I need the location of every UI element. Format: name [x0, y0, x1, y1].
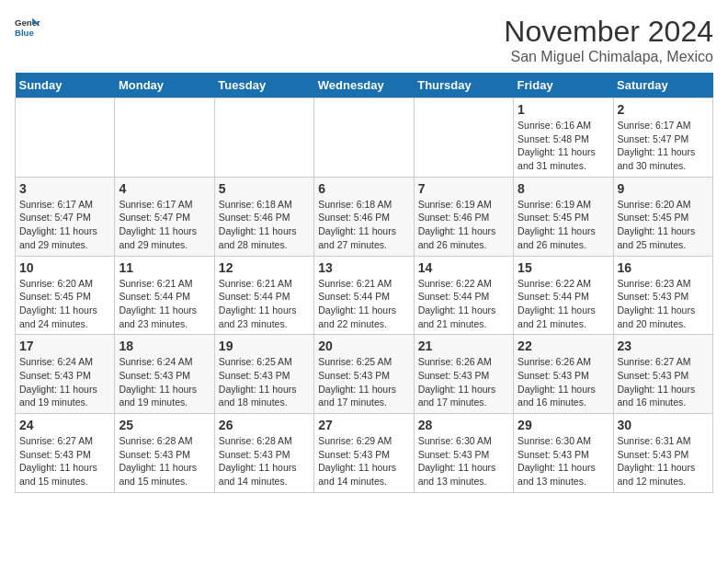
- calendar-cell: 20Sunrise: 6:25 AM Sunset: 5:43 PM Dayli…: [314, 335, 414, 414]
- calendar-cell: 17Sunrise: 6:24 AM Sunset: 5:43 PM Dayli…: [16, 335, 115, 414]
- day-info: Sunrise: 6:28 AM Sunset: 5:43 PM Dayligh…: [119, 434, 210, 488]
- calendar-day-header: Friday: [514, 73, 613, 98]
- day-info: Sunrise: 6:30 AM Sunset: 5:43 PM Dayligh…: [518, 434, 609, 488]
- calendar-body: 1Sunrise: 6:16 AM Sunset: 5:48 PM Daylig…: [16, 98, 713, 493]
- calendar-table: SundayMondayTuesdayWednesdayThursdayFrid…: [15, 73, 713, 493]
- day-number: 14: [418, 260, 509, 275]
- calendar-cell: 8Sunrise: 6:19 AM Sunset: 5:45 PM Daylig…: [514, 177, 613, 256]
- day-info: Sunrise: 6:26 AM Sunset: 5:43 PM Dayligh…: [418, 355, 509, 409]
- day-number: 11: [119, 260, 210, 275]
- day-number: 30: [618, 418, 709, 432]
- calendar-cell: 23Sunrise: 6:27 AM Sunset: 5:43 PM Dayli…: [613, 335, 712, 414]
- day-info: Sunrise: 6:16 AM Sunset: 5:48 PM Dayligh…: [518, 119, 609, 173]
- day-info: Sunrise: 6:27 AM Sunset: 5:43 PM Dayligh…: [19, 434, 110, 488]
- calendar-week-row: 10Sunrise: 6:20 AM Sunset: 5:45 PM Dayli…: [16, 256, 713, 335]
- day-number: 4: [119, 181, 210, 196]
- calendar-cell: 4Sunrise: 6:17 AM Sunset: 5:47 PM Daylig…: [115, 177, 214, 256]
- day-number: 18: [119, 339, 210, 353]
- calendar-header-row: SundayMondayTuesdayWednesdayThursdayFrid…: [16, 73, 713, 98]
- svg-text:Blue: Blue: [15, 28, 34, 38]
- day-number: 15: [518, 260, 609, 275]
- day-number: 26: [219, 418, 310, 432]
- day-number: 10: [19, 260, 110, 275]
- calendar-cell: 16Sunrise: 6:23 AM Sunset: 5:43 PM Dayli…: [613, 256, 712, 335]
- calendar-cell: 22Sunrise: 6:26 AM Sunset: 5:43 PM Dayli…: [514, 335, 613, 414]
- calendar-cell: 29Sunrise: 6:30 AM Sunset: 5:43 PM Dayli…: [514, 414, 613, 493]
- day-info: Sunrise: 6:19 AM Sunset: 5:46 PM Dayligh…: [418, 198, 509, 252]
- day-info: Sunrise: 6:18 AM Sunset: 5:46 PM Dayligh…: [219, 198, 310, 252]
- calendar-cell: [314, 98, 414, 178]
- page-header: General Blue November 2024 San Miguel Ch…: [15, 15, 713, 65]
- day-number: 29: [518, 418, 609, 432]
- logo: General Blue: [15, 15, 40, 40]
- day-info: Sunrise: 6:18 AM Sunset: 5:46 PM Dayligh…: [318, 198, 409, 252]
- calendar-cell: 10Sunrise: 6:20 AM Sunset: 5:45 PM Dayli…: [16, 256, 115, 335]
- day-info: Sunrise: 6:17 AM Sunset: 5:47 PM Dayligh…: [618, 119, 709, 173]
- calendar-cell: 7Sunrise: 6:19 AM Sunset: 5:46 PM Daylig…: [414, 177, 513, 256]
- day-number: 3: [19, 181, 110, 196]
- day-info: Sunrise: 6:23 AM Sunset: 5:43 PM Dayligh…: [618, 277, 709, 331]
- day-info: Sunrise: 6:17 AM Sunset: 5:47 PM Dayligh…: [119, 198, 210, 252]
- day-info: Sunrise: 6:19 AM Sunset: 5:45 PM Dayligh…: [518, 198, 609, 252]
- day-number: 1: [518, 102, 609, 117]
- day-number: 2: [618, 102, 709, 117]
- day-info: Sunrise: 6:24 AM Sunset: 5:43 PM Dayligh…: [19, 355, 110, 409]
- day-info: Sunrise: 6:21 AM Sunset: 5:44 PM Dayligh…: [318, 277, 409, 331]
- calendar-cell: 12Sunrise: 6:21 AM Sunset: 5:44 PM Dayli…: [214, 256, 313, 335]
- day-number: 16: [618, 260, 709, 275]
- calendar-cell: 19Sunrise: 6:25 AM Sunset: 5:43 PM Dayli…: [214, 335, 313, 414]
- day-info: Sunrise: 6:25 AM Sunset: 5:43 PM Dayligh…: [219, 355, 310, 409]
- day-info: Sunrise: 6:17 AM Sunset: 5:47 PM Dayligh…: [19, 198, 110, 252]
- calendar-day-header: Sunday: [16, 73, 115, 98]
- day-number: 23: [618, 339, 709, 353]
- calendar-cell: 13Sunrise: 6:21 AM Sunset: 5:44 PM Dayli…: [314, 256, 414, 335]
- calendar-day-header: Tuesday: [214, 73, 313, 98]
- calendar-cell: 5Sunrise: 6:18 AM Sunset: 5:46 PM Daylig…: [214, 177, 313, 256]
- calendar-cell: 30Sunrise: 6:31 AM Sunset: 5:43 PM Dayli…: [613, 414, 712, 493]
- day-number: 6: [318, 181, 409, 196]
- calendar-cell: 26Sunrise: 6:28 AM Sunset: 5:43 PM Dayli…: [214, 414, 313, 493]
- calendar-cell: 2Sunrise: 6:17 AM Sunset: 5:47 PM Daylig…: [613, 98, 712, 178]
- logo-icon: General Blue: [15, 15, 40, 40]
- calendar-cell: [414, 98, 513, 178]
- calendar-week-row: 17Sunrise: 6:24 AM Sunset: 5:43 PM Dayli…: [16, 335, 713, 414]
- calendar-cell: [214, 98, 313, 178]
- calendar-cell: [115, 98, 214, 178]
- day-number: 22: [518, 339, 609, 353]
- day-info: Sunrise: 6:22 AM Sunset: 5:44 PM Dayligh…: [518, 277, 609, 331]
- calendar-cell: 3Sunrise: 6:17 AM Sunset: 5:47 PM Daylig…: [16, 177, 115, 256]
- day-number: 20: [318, 339, 409, 353]
- calendar-day-header: Saturday: [613, 73, 712, 98]
- day-number: 5: [219, 181, 310, 196]
- day-number: 9: [618, 181, 709, 196]
- day-number: 12: [219, 260, 310, 275]
- day-number: 24: [19, 418, 110, 432]
- calendar-week-row: 24Sunrise: 6:27 AM Sunset: 5:43 PM Dayli…: [16, 414, 713, 493]
- day-number: 21: [418, 339, 509, 353]
- calendar-cell: [16, 98, 115, 178]
- day-number: 27: [318, 418, 409, 432]
- day-info: Sunrise: 6:27 AM Sunset: 5:43 PM Dayligh…: [618, 355, 709, 409]
- calendar-cell: 15Sunrise: 6:22 AM Sunset: 5:44 PM Dayli…: [514, 256, 613, 335]
- day-info: Sunrise: 6:21 AM Sunset: 5:44 PM Dayligh…: [119, 277, 210, 331]
- day-info: Sunrise: 6:30 AM Sunset: 5:43 PM Dayligh…: [418, 434, 509, 488]
- day-info: Sunrise: 6:26 AM Sunset: 5:43 PM Dayligh…: [518, 355, 609, 409]
- calendar-cell: 24Sunrise: 6:27 AM Sunset: 5:43 PM Dayli…: [16, 414, 115, 493]
- day-number: 13: [318, 260, 409, 275]
- day-number: 19: [219, 339, 310, 353]
- day-number: 8: [518, 181, 609, 196]
- month-title: November 2024: [504, 15, 713, 49]
- calendar-cell: 6Sunrise: 6:18 AM Sunset: 5:46 PM Daylig…: [314, 177, 414, 256]
- calendar-cell: 21Sunrise: 6:26 AM Sunset: 5:43 PM Dayli…: [414, 335, 513, 414]
- day-number: 25: [119, 418, 210, 432]
- calendar-cell: 14Sunrise: 6:22 AM Sunset: 5:44 PM Dayli…: [414, 256, 513, 335]
- calendar-day-header: Wednesday: [314, 73, 414, 98]
- calendar-cell: 28Sunrise: 6:30 AM Sunset: 5:43 PM Dayli…: [414, 414, 513, 493]
- calendar-cell: 11Sunrise: 6:21 AM Sunset: 5:44 PM Dayli…: [115, 256, 214, 335]
- day-info: Sunrise: 6:20 AM Sunset: 5:45 PM Dayligh…: [618, 198, 709, 252]
- calendar-cell: 1Sunrise: 6:16 AM Sunset: 5:48 PM Daylig…: [514, 98, 613, 178]
- calendar-cell: 9Sunrise: 6:20 AM Sunset: 5:45 PM Daylig…: [613, 177, 712, 256]
- calendar-day-header: Thursday: [414, 73, 513, 98]
- calendar-day-header: Monday: [115, 73, 214, 98]
- day-info: Sunrise: 6:28 AM Sunset: 5:43 PM Dayligh…: [219, 434, 310, 488]
